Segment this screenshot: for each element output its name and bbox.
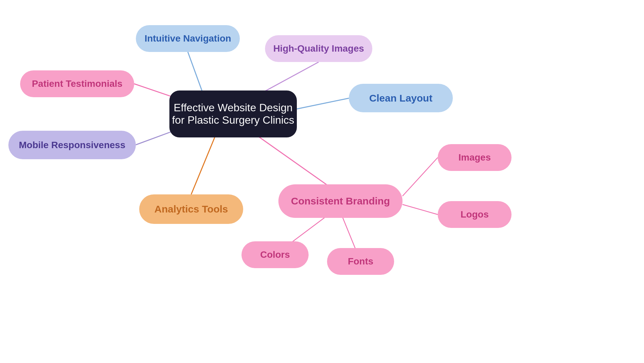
images-label: Images [459, 152, 491, 163]
colors-node: Colors [241, 241, 309, 268]
consistent-branding-label: Consistent Branding [291, 195, 390, 207]
center-node: Effective Website Design for Plastic Sur… [169, 90, 297, 137]
patient-testimonials-node: Patient Testimonials [20, 70, 134, 97]
fonts-node: Fonts [327, 248, 394, 275]
center-label: Effective Website Design for Plastic Sur… [169, 102, 297, 126]
fonts-label: Fonts [348, 256, 373, 267]
consistent-branding-node: Consistent Branding [278, 184, 402, 218]
logos-node: Logos [438, 201, 512, 228]
intuitive-navigation-label: Intuitive Navigation [145, 33, 231, 44]
images-node: Images [438, 144, 512, 171]
svg-line-8 [402, 204, 438, 215]
svg-line-7 [402, 158, 438, 196]
svg-line-2 [297, 98, 349, 109]
mobile-responsiveness-label: Mobile Responsiveness [19, 140, 125, 150]
logos-label: Logos [461, 209, 489, 220]
intuitive-navigation-node: Intuitive Navigation [136, 25, 240, 52]
clean-layout-node: Clean Layout [349, 84, 453, 112]
svg-line-5 [191, 137, 215, 194]
mobile-responsiveness-node: Mobile Responsiveness [8, 131, 136, 159]
colors-label: Colors [260, 249, 290, 260]
high-quality-images-label: High-Quality Images [273, 43, 364, 54]
high-quality-images-node: High-Quality Images [265, 35, 372, 62]
analytics-tools-label: Analytics Tools [154, 203, 228, 215]
patient-testimonials-label: Patient Testimonials [32, 78, 122, 89]
analytics-tools-node: Analytics Tools [139, 194, 243, 224]
clean-layout-label: Clean Layout [369, 93, 432, 104]
